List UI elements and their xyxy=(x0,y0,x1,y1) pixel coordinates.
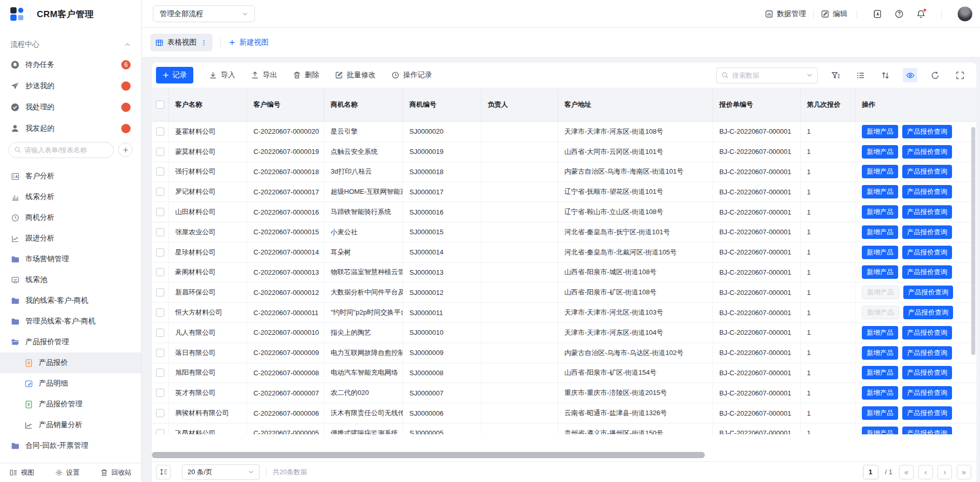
col-owner[interactable]: 负责人 xyxy=(481,88,558,121)
sidebar-menu-item[interactable]: 线索分析 xyxy=(7,187,134,207)
row-checkbox[interactable] xyxy=(156,148,164,156)
row-checkbox[interactable] xyxy=(156,228,164,236)
flow-select[interactable]: 管理全部流程 xyxy=(153,5,255,22)
tab-table-view[interactable]: 表格视图 xyxy=(150,34,212,51)
sidebar-menu-item[interactable]: 跟进分析 xyxy=(7,228,134,249)
row-checkbox[interactable] xyxy=(156,248,164,257)
add-record-button[interactable]: 记录 xyxy=(156,67,193,83)
add-product-button[interactable]: 新增产品 xyxy=(862,165,898,178)
row-checkbox[interactable] xyxy=(156,288,164,296)
add-product-button[interactable]: 新增产品 xyxy=(862,246,898,259)
sidebar-task-item[interactable]: 我发起的 xyxy=(7,118,134,139)
page-size-select[interactable]: 20 条/页 xyxy=(182,464,260,480)
product-quote-query-button[interactable]: 产品报价查询 xyxy=(902,165,952,178)
sidebar-menu-item[interactable]: 市场营销管理 xyxy=(7,249,134,270)
current-page[interactable]: 1 xyxy=(863,465,878,479)
toolbar-action[interactable]: 删除 xyxy=(293,70,319,80)
toolbar-action[interactable]: 操作记录 xyxy=(391,70,432,80)
col-actions[interactable]: 操作 xyxy=(856,88,976,121)
sidebar-footer-item[interactable]: 回收站 xyxy=(100,468,132,477)
col-quote-seq[interactable]: 第几次报价 xyxy=(801,88,856,121)
page-nav-button[interactable]: « xyxy=(899,465,914,479)
col-opportunity-no[interactable]: 商机编号 xyxy=(403,88,481,121)
product-quote-query-button[interactable]: 产品报价查询 xyxy=(903,306,953,319)
sidebar-menu-item[interactable]: 产品报价管理 xyxy=(7,332,134,352)
filter-icon[interactable] xyxy=(828,68,843,82)
product-quote-query-button[interactable]: 产品报价查询 xyxy=(902,246,952,259)
add-product-button[interactable]: 新增产品 xyxy=(862,427,898,434)
sidebar-search-input[interactable] xyxy=(24,146,108,154)
row-checkbox[interactable] xyxy=(156,167,164,176)
col-customer-no[interactable]: 客户编号 xyxy=(247,88,324,121)
search-data-input[interactable] xyxy=(732,72,803,79)
product-quote-query-button[interactable]: 产品报价查询 xyxy=(902,265,952,279)
page-nav-button[interactable]: » xyxy=(957,465,971,479)
chevron-down-icon[interactable] xyxy=(806,72,813,78)
refresh-icon[interactable] xyxy=(928,68,942,82)
product-quote-query-button[interactable]: 产品报价查询 xyxy=(902,366,952,379)
sidebar-menu-item[interactable]: 产品明细 xyxy=(7,373,134,394)
add-product-button[interactable]: 新增产品 xyxy=(862,125,898,138)
horizontal-scrollbar[interactable] xyxy=(152,452,705,458)
edit-button[interactable]: 编辑 xyxy=(821,9,847,19)
sidebar-task-item[interactable]: 我处理的 xyxy=(7,96,134,118)
product-quote-query-button[interactable]: 产品报价查询 xyxy=(902,205,952,219)
add-form-button[interactable] xyxy=(118,143,133,157)
product-quote-query-button[interactable]: 产品报价查询 xyxy=(902,326,952,339)
product-quote-query-button[interactable]: 产品报价查询 xyxy=(902,346,952,360)
product-quote-query-button[interactable]: 产品报价查询 xyxy=(903,286,953,299)
product-quote-query-button[interactable]: 产品报价查询 xyxy=(902,145,952,159)
sidebar-menu-item[interactable]: 我的线索-客户-商机 xyxy=(7,290,134,311)
page-nav-button[interactable]: › xyxy=(938,465,952,479)
row-height-icon[interactable] xyxy=(156,465,171,479)
col-quote-no[interactable]: 报价单编号 xyxy=(713,88,801,121)
row-checkbox[interactable] xyxy=(156,208,164,216)
chevron-up-icon[interactable] xyxy=(124,41,131,48)
sidebar-menu-item[interactable]: 产品报价 xyxy=(0,352,141,373)
sidebar-menu-item[interactable]: 商机分析 xyxy=(7,207,134,228)
row-checkbox[interactable] xyxy=(156,188,164,196)
product-quote-query-button[interactable]: 产品报价查询 xyxy=(902,386,952,400)
section-process-center[interactable]: 流程中心 xyxy=(7,35,134,54)
col-opportunity-name[interactable]: 商机名称 xyxy=(324,88,403,121)
add-product-button[interactable]: 新增产品 xyxy=(862,205,898,219)
sidebar-menu-item[interactable]: 线索池 xyxy=(7,270,134,290)
row-checkbox[interactable] xyxy=(156,368,164,377)
bell-icon[interactable] xyxy=(916,9,926,19)
sidebar-footer-item[interactable]: 设置 xyxy=(55,468,80,477)
page-nav-button[interactable]: ‹ xyxy=(918,465,933,479)
toolbar-action[interactable]: 导入 xyxy=(209,70,235,80)
add-product-button[interactable]: 新增产品 xyxy=(862,366,898,379)
add-product-button[interactable]: 新增产品 xyxy=(862,406,898,420)
address-book-icon[interactable] xyxy=(873,9,882,19)
user-avatar[interactable] xyxy=(957,6,973,22)
sidebar-menu-item[interactable]: 产品销量分析 xyxy=(7,415,134,435)
row-checkbox[interactable] xyxy=(156,268,164,276)
col-address[interactable]: 客户地址 xyxy=(558,88,713,121)
add-product-button[interactable]: 新增产品 xyxy=(862,185,898,199)
add-product-button[interactable]: 新增产品 xyxy=(862,386,898,400)
row-checkbox[interactable] xyxy=(156,349,164,357)
help-icon[interactable] xyxy=(894,9,904,19)
toolbar-action[interactable]: 导出 xyxy=(251,70,277,80)
add-product-button[interactable]: 新增产品 xyxy=(862,225,898,239)
add-product-button[interactable]: 新增产品 xyxy=(862,306,899,319)
row-checkbox[interactable] xyxy=(156,329,164,337)
select-all-checkbox[interactable] xyxy=(156,101,164,109)
row-checkbox[interactable] xyxy=(156,409,164,417)
row-checkbox[interactable] xyxy=(156,308,164,317)
add-product-button[interactable]: 新增产品 xyxy=(862,265,898,279)
sidebar-search[interactable] xyxy=(8,142,114,158)
sidebar-menu-item[interactable]: 管理员线索-客户-商机 xyxy=(7,311,134,332)
col-customer-name[interactable]: 客户名称 xyxy=(169,88,247,121)
sidebar-task-item[interactable]: 待办任务 6 xyxy=(7,54,134,75)
new-view-button[interactable]: 新建视图 xyxy=(229,38,268,47)
eye-icon[interactable] xyxy=(903,68,917,82)
fullscreen-icon[interactable] xyxy=(953,68,967,82)
product-quote-query-button[interactable]: 产品报价查询 xyxy=(902,185,952,199)
add-product-button[interactable]: 新增产品 xyxy=(862,346,898,360)
product-quote-query-button[interactable]: 产品报价查询 xyxy=(902,427,952,434)
kebab-menu-icon[interactable] xyxy=(201,39,207,46)
display-columns-icon[interactable] xyxy=(853,68,868,82)
vertical-scrollbar[interactable] xyxy=(971,127,975,355)
